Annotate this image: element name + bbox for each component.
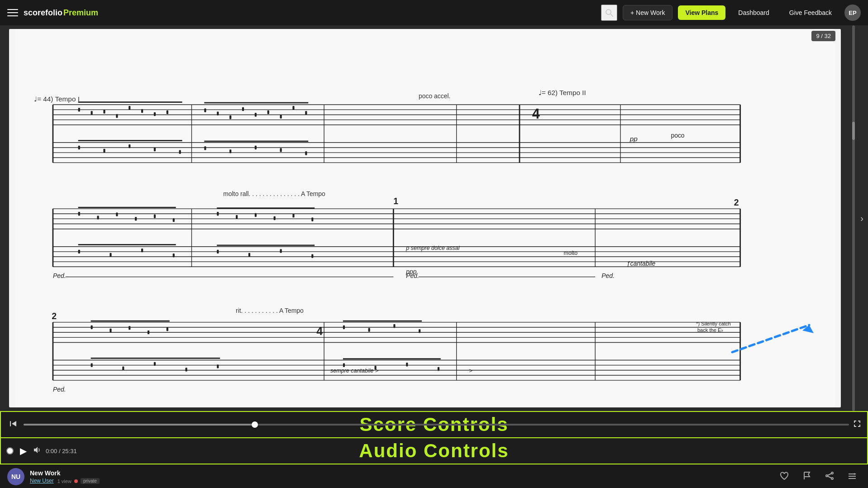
user-avatar-nav[interactable]: EP xyxy=(844,5,861,21)
give-feedback-button[interactable]: Give Feedback xyxy=(782,5,839,20)
svg-rect-87 xyxy=(236,215,238,219)
svg-rect-44 xyxy=(103,149,105,153)
new-work-button[interactable]: + New Work xyxy=(623,5,672,20)
svg-rect-94 xyxy=(110,253,111,257)
svg-rect-83 xyxy=(154,215,156,218)
svg-text:♩= 44) Tempo I: ♩= 44) Tempo I xyxy=(34,95,80,103)
svg-rect-126 xyxy=(91,325,93,329)
svg-text:4: 4 xyxy=(316,325,323,337)
work-author-link[interactable]: New User xyxy=(30,478,54,484)
svg-text:molto: molto xyxy=(564,250,578,256)
svg-rect-95 xyxy=(141,249,143,252)
svg-rect-102 xyxy=(217,245,315,246)
svg-text:Ped.: Ped. xyxy=(53,386,66,393)
svg-line-1 xyxy=(610,14,613,16)
svg-text:>: > xyxy=(469,368,472,374)
svg-rect-30 xyxy=(154,112,156,116)
svg-rect-79 xyxy=(78,212,80,215)
play-button[interactable]: ▶ xyxy=(18,445,29,456)
svg-point-160 xyxy=(826,475,828,477)
view-plans-button[interactable]: View Plans xyxy=(678,5,725,20)
svg-text:molto rall. . . . . . . . . . : molto rall. . . . . . . . . . . . . . . … xyxy=(223,190,325,197)
svg-rect-101 xyxy=(311,254,313,258)
top-nav: scorefolio Premium + New Work View Plans… xyxy=(0,0,868,25)
svg-text:*) Silently catch: *) Silently catch xyxy=(696,321,731,326)
svg-rect-27 xyxy=(116,114,118,118)
svg-rect-46 xyxy=(154,148,156,151)
svg-rect-50 xyxy=(255,146,257,149)
svg-rect-131 xyxy=(91,321,170,322)
fullscreen-button[interactable] xyxy=(853,419,862,431)
queue-button[interactable] xyxy=(844,469,861,485)
queue-icon xyxy=(847,471,857,481)
svg-text:Ped.: Ped. xyxy=(406,272,419,279)
svg-rect-127 xyxy=(110,329,111,332)
audio-controls-label: Audio Controls xyxy=(359,440,509,462)
svg-rect-141 xyxy=(217,364,219,368)
svg-rect-37 xyxy=(267,110,269,114)
score-sheet: ♩= 44) Tempo I ♩= 62) Tempo II poco acce… xyxy=(9,29,841,407)
chevron-right-icon[interactable]: › xyxy=(860,213,863,224)
page-indicator: 9 / 32 xyxy=(811,31,835,41)
svg-rect-29 xyxy=(141,109,143,113)
svg-text:ƒcantabile: ƒcantabile xyxy=(627,260,656,267)
work-owner-avatar: NU xyxy=(7,468,24,485)
svg-rect-97 xyxy=(78,244,176,245)
svg-marker-157 xyxy=(34,447,38,453)
svg-rect-84 xyxy=(173,218,175,222)
bottom-bar: NU New Work New User 1 view private xyxy=(0,464,868,488)
svg-rect-145 xyxy=(406,363,408,366)
work-views: 1 view xyxy=(57,478,72,484)
svg-text:pp: pp xyxy=(630,135,638,143)
svg-rect-99 xyxy=(248,253,250,257)
score-timeline[interactable] xyxy=(24,424,849,426)
flag-button[interactable] xyxy=(798,469,816,485)
svg-rect-42 xyxy=(204,102,308,104)
svg-point-158 xyxy=(831,472,833,474)
svg-rect-36 xyxy=(255,113,257,116)
svg-rect-49 xyxy=(229,149,231,153)
like-button[interactable] xyxy=(776,469,793,485)
heart-icon xyxy=(779,471,789,481)
svg-rect-81 xyxy=(116,212,118,216)
svg-rect-98 xyxy=(217,250,219,254)
svg-rect-31 xyxy=(167,110,168,114)
flag-icon xyxy=(802,471,812,481)
svg-rect-43 xyxy=(78,146,80,149)
audio-record-indicator xyxy=(6,447,14,455)
svg-rect-90 xyxy=(292,214,294,217)
svg-text:2: 2 xyxy=(52,311,57,321)
fullscreen-icon xyxy=(853,419,862,428)
share-button[interactable] xyxy=(821,469,838,485)
work-meta: 1 view private xyxy=(57,478,100,484)
search-button[interactable] xyxy=(601,5,617,21)
score-timeline-track[interactable] xyxy=(24,424,849,426)
music-score-svg: ♩= 44) Tempo I ♩= 62) Tempo II poco acce… xyxy=(9,29,841,407)
svg-text:rit. . . . . . . . . . .  A Te: rit. . . . . . . . . . . A Tempo xyxy=(236,307,304,314)
logo-premium-text: Premium xyxy=(63,8,98,18)
svg-rect-2 xyxy=(15,29,835,407)
volume-button[interactable] xyxy=(33,446,41,456)
score-timeline-fill xyxy=(24,424,255,426)
svg-rect-41 xyxy=(78,101,182,103)
svg-rect-137 xyxy=(91,363,93,367)
svg-rect-138 xyxy=(122,366,124,370)
hamburger-menu-icon[interactable] xyxy=(7,7,18,18)
svg-rect-86 xyxy=(217,212,219,215)
svg-text:♩= 62) Tempo II: ♩= 62) Tempo II xyxy=(539,89,586,96)
svg-text:p sempre dolce assai: p sempre dolce assai xyxy=(405,245,460,251)
svg-rect-88 xyxy=(255,213,257,217)
svg-text:poco: poco xyxy=(671,132,684,139)
svg-rect-82 xyxy=(135,217,137,220)
svg-rect-53 xyxy=(78,140,182,141)
svg-rect-139 xyxy=(154,362,156,366)
dashboard-button[interactable]: Dashboard xyxy=(731,5,777,20)
svg-text:1: 1 xyxy=(393,196,398,206)
score-timeline-thumb[interactable] xyxy=(252,421,258,428)
svg-text:poco accel.: poco accel. xyxy=(419,92,450,100)
svg-rect-33 xyxy=(217,112,219,115)
scroll-thumb[interactable] xyxy=(852,122,855,140)
svg-marker-156 xyxy=(12,421,16,426)
svg-rect-25 xyxy=(91,111,93,115)
skip-to-start-button[interactable] xyxy=(6,418,20,431)
